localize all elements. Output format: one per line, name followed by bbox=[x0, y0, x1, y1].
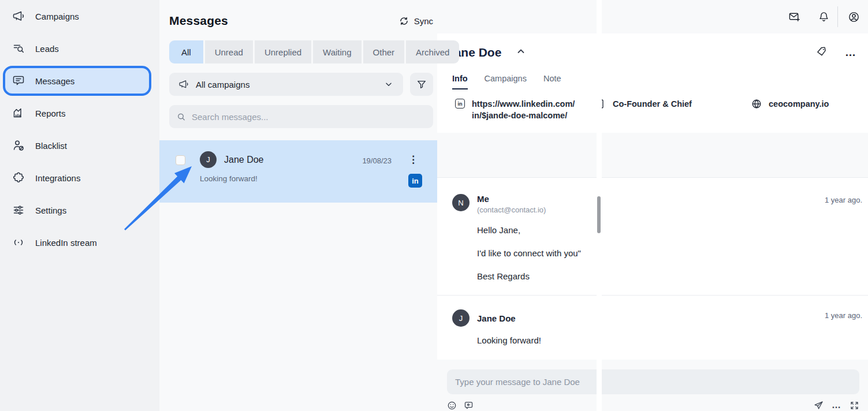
kebab-menu-icon[interactable]: ⋮ bbox=[408, 155, 418, 165]
linkedin-url-field[interactable]: in https://www.linkedin.com/ in/$jande-d… bbox=[455, 98, 595, 121]
sidebar-item-label: Campaigns bbox=[35, 12, 79, 21]
filter-tabs: All Unread Unreplied Waiting Other Archi… bbox=[169, 40, 433, 63]
tab-archived[interactable]: Archived bbox=[406, 40, 459, 63]
message-sender: Me bbox=[477, 194, 546, 204]
topbar bbox=[437, 0, 868, 33]
conversation-name: Jane Doe bbox=[224, 155, 264, 165]
conversation-checkbox[interactable] bbox=[176, 155, 185, 165]
message-timestamp: 1 year ago. bbox=[825, 194, 862, 204]
conversation-list: J Jane Doe 19/08/23 ⋮ Looking forward! i… bbox=[159, 140, 437, 203]
chevron-down-icon bbox=[383, 79, 394, 89]
broadcast-icon bbox=[12, 236, 25, 249]
refresh-icon bbox=[399, 16, 409, 26]
avatar: J bbox=[200, 151, 217, 168]
sync-button[interactable]: Sync bbox=[399, 16, 433, 26]
tab-waiting[interactable]: Waiting bbox=[313, 40, 361, 63]
sidebar-item-label: Leads bbox=[35, 44, 59, 54]
sidebar-item-blacklist[interactable]: Blacklist bbox=[0, 130, 159, 160]
message-line: I'd like to connect with you" bbox=[477, 249, 862, 258]
search-input[interactable] bbox=[192, 112, 426, 122]
account-button[interactable] bbox=[848, 11, 860, 23]
messages-title: Messages bbox=[169, 14, 228, 28]
chevron-up-icon bbox=[517, 47, 525, 55]
conversation-preview: Looking forward! bbox=[200, 174, 258, 183]
filter-button[interactable] bbox=[410, 73, 433, 96]
linkedin-badge-icon[interactable]: in bbox=[408, 174, 422, 188]
scrollbar-track[interactable] bbox=[597, 0, 602, 411]
mail-plus-icon bbox=[788, 11, 800, 23]
tab-all[interactable]: All bbox=[169, 40, 203, 63]
tab-campaigns[interactable]: Campaigns bbox=[485, 74, 527, 89]
tab-other[interactable]: Other bbox=[363, 40, 405, 63]
megaphone-icon bbox=[12, 10, 25, 23]
tab-info[interactable]: Info bbox=[452, 74, 468, 89]
sidebar-item-reports[interactable]: Reports bbox=[0, 98, 159, 128]
message-sender: Jane Doe bbox=[477, 313, 516, 323]
contact-tabs: Info Campaigns Note bbox=[452, 74, 859, 89]
sidebar-item-label: Reports bbox=[35, 109, 66, 118]
conversation-date: 19/08/23 bbox=[362, 156, 392, 165]
job-title-field: Co-Founder & Chief bbox=[595, 98, 751, 121]
message-line: Hello Jane, bbox=[477, 226, 862, 235]
tab-unreplied[interactable]: Unreplied bbox=[255, 40, 311, 63]
sidebar-item-campaigns[interactable]: Campaigns bbox=[0, 1, 159, 31]
app-window: Campaigns Leads Messages Reports Blackli… bbox=[0, 0, 868, 411]
scrollbar-thumb[interactable] bbox=[597, 196, 601, 233]
message-divider bbox=[437, 295, 868, 296]
account-circle-icon bbox=[848, 11, 860, 23]
bell-icon bbox=[818, 11, 830, 23]
tag-button[interactable] bbox=[816, 46, 827, 59]
collapse-button[interactable] bbox=[517, 47, 525, 58]
message-from-jane: J Jane Doe 1 year ago. Looking forward! bbox=[452, 309, 862, 345]
sidebar-item-settings[interactable]: Settings bbox=[0, 195, 159, 225]
sidebar-item-label: Blacklist bbox=[35, 141, 67, 151]
list-search-icon bbox=[12, 42, 25, 55]
emoji-button[interactable] bbox=[447, 401, 457, 410]
sidebar-item-messages[interactable]: Messages bbox=[3, 66, 151, 96]
sidebar-item-linkedin-stream[interactable]: LinkedIn stream bbox=[0, 227, 159, 257]
send-icon bbox=[814, 401, 824, 410]
topbar-divider bbox=[837, 6, 838, 27]
notifications-button[interactable] bbox=[818, 11, 830, 23]
search-icon bbox=[177, 112, 186, 122]
campaign-filter-dropdown[interactable]: All campaigns bbox=[169, 73, 403, 96]
expand-icon bbox=[850, 401, 859, 410]
composer-more-icon[interactable]: … bbox=[832, 403, 841, 407]
sidebar-item-label: Integrations bbox=[35, 173, 80, 183]
sidebar-item-label: Settings bbox=[35, 206, 66, 215]
more-options-icon[interactable]: … bbox=[845, 50, 856, 55]
funnel-icon bbox=[416, 79, 427, 89]
sidebar-item-leads[interactable]: Leads bbox=[0, 33, 159, 63]
tab-note[interactable]: Note bbox=[543, 74, 561, 89]
chart-icon bbox=[12, 107, 25, 119]
sidebar-item-label: LinkedIn stream bbox=[35, 238, 97, 248]
user-block-icon bbox=[12, 139, 25, 152]
tab-unread[interactable]: Unread bbox=[205, 40, 253, 63]
avatar: J bbox=[452, 309, 470, 327]
composer: … bbox=[437, 360, 868, 410]
contact-panel: Jane Doe … Info Campaigns Note in https:… bbox=[437, 0, 868, 411]
sidebar-item-label: Messages bbox=[35, 76, 74, 86]
contact-info-card: Jane Doe … Info Campaigns Note in https:… bbox=[437, 33, 868, 133]
campaign-filter-value: All campaigns bbox=[196, 80, 249, 89]
website-field[interactable]: ceocompany.io bbox=[751, 98, 829, 121]
globe-icon bbox=[751, 99, 762, 109]
message-line: Best Regards bbox=[477, 272, 862, 281]
new-message-button[interactable] bbox=[788, 11, 800, 23]
message-timestamp: 1 year ago. bbox=[825, 309, 862, 320]
linkedin-outline-icon: in bbox=[455, 99, 465, 109]
message-input[interactable] bbox=[447, 377, 859, 387]
messages-panel: Messages Sync All Unread Unreplied Waiti… bbox=[159, 0, 437, 411]
quote-bubble-icon bbox=[464, 401, 474, 410]
sidebar-item-integrations[interactable]: Integrations bbox=[0, 163, 159, 193]
conversation-item-jane-doe[interactable]: J Jane Doe 19/08/23 ⋮ Looking forward! i… bbox=[159, 140, 437, 203]
send-button[interactable] bbox=[814, 401, 824, 410]
message-sender-email: (contact@contact.io) bbox=[477, 206, 546, 214]
template-button[interactable] bbox=[464, 401, 474, 410]
sidebar: Campaigns Leads Messages Reports Blackli… bbox=[0, 0, 159, 411]
message-from-me: N Me (contact@contact.io) 1 year ago. He… bbox=[452, 194, 862, 281]
expand-button[interactable] bbox=[850, 401, 859, 410]
message-thread: N Me (contact@contact.io) 1 year ago. He… bbox=[437, 177, 868, 360]
puzzle-icon bbox=[12, 171, 25, 184]
search-box bbox=[169, 105, 433, 128]
